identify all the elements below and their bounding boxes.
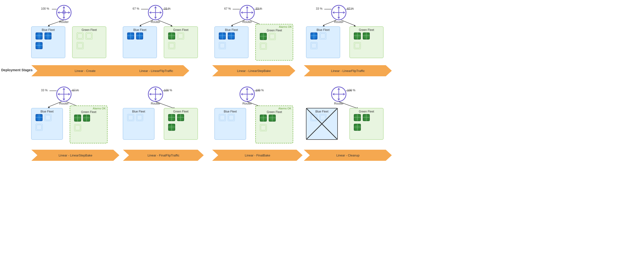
stage6-green-fleet-label: Green Fleet <box>173 110 188 113</box>
stage6-banner-label: Linear - FinalFlipTraffic <box>148 154 180 157</box>
stage3-blue-inst2 <box>228 33 234 39</box>
stage6-green-inst1 <box>168 114 175 121</box>
stage3-pct-left: 67 % <box>224 7 231 10</box>
stage6-router: Router <box>148 87 163 105</box>
stage7-banner-label: Linear - FinalBake <box>245 154 270 157</box>
stage4-green-inst1 <box>354 33 361 39</box>
stage5-pct-right: 67 % <box>72 89 79 92</box>
stage7-green-fleet-label: Green Fleet <box>267 110 282 114</box>
stage5-green-inst1 <box>74 115 81 121</box>
stage1-blue-inst3 <box>36 42 42 49</box>
stage3-alarms-ok: Alarms OK <box>279 25 292 28</box>
stage3-pct-right: 33 % <box>256 7 262 10</box>
stage4-pct-left: 33 % <box>316 7 322 10</box>
stage2-green-fleet-label: Green Fleet <box>173 28 188 32</box>
stage7-green-inst1 <box>260 115 267 121</box>
stage4-pct-right: 67 % <box>347 7 354 10</box>
stage5-blue-fleet-label: Blue Fleet <box>40 110 54 113</box>
stage7-pct-right: 100 % <box>256 89 264 92</box>
stage4-banner-label: Linear - LinearFlipTraffic <box>331 69 365 73</box>
stage4-blue-fleet-label: Blue Fleet <box>316 28 330 32</box>
stage1-banner-label: Linear - Create <box>75 69 96 73</box>
stage1-blue-inst1 <box>36 33 42 39</box>
stage8-green-inst1 <box>354 114 361 121</box>
stage3-banner-label: Linear - LinearStepBake <box>237 69 271 73</box>
stage5-green-fleet-label: Green Fleet <box>81 110 96 114</box>
stage5-alarms-ok: Alarms OK <box>93 107 106 110</box>
stage8-banner-label: Linear - Cleanup <box>336 154 360 157</box>
stage6-green-inst2 <box>177 114 184 121</box>
stage8-green-fleet-label: Green Fleet <box>359 110 374 113</box>
stage6-blue-fleet-label: Blue Fleet <box>132 110 146 113</box>
stage8-router: Router <box>332 87 346 105</box>
stage8-green-inst2 <box>363 114 370 121</box>
stage2-blue-inst2 <box>136 33 143 39</box>
stage8-blue-fleet-label: Blue Fleet <box>315 110 329 113</box>
stage1-pct-left: 100 % <box>41 7 49 10</box>
stage1-router: ⊕ ⊕ Router <box>57 5 71 24</box>
stage2-banner-label: Linear - LinearFlipTraffic <box>139 69 173 73</box>
stage7-blue-fleet-label: Blue Fleet <box>224 110 237 113</box>
stage5-blue-inst1 <box>36 114 42 121</box>
stage2-pct-left: 67 % <box>132 7 139 10</box>
stage3-blue-inst1 <box>219 33 226 39</box>
stage6-pct-right: 100 % <box>164 89 172 92</box>
stage8-green-inst3 <box>354 124 361 131</box>
stage8-pct-right: 100 % <box>347 89 356 92</box>
stage4-green-inst2 <box>363 33 370 39</box>
stage6-green-inst3 <box>168 124 175 131</box>
stage4-green-fleet-label: Green Fleet <box>359 28 374 32</box>
stage7-router: Router <box>240 87 254 105</box>
stage7-alarms-ok: Alarms OK <box>278 107 292 110</box>
stage2-green-inst1 <box>168 33 175 39</box>
stage7-green-inst2 <box>269 115 276 121</box>
main-diagram: ⊕ ⊕ Router 100 % Blue Fleet <box>0 0 644 261</box>
stage5-pct-left: 33 % <box>41 89 48 92</box>
stage3-blue-fleet-label: Blue Fleet <box>225 28 238 32</box>
stage4-blue-inst1 <box>310 33 317 39</box>
stage5-banner-label: Linear - LinearStepBake <box>58 154 92 157</box>
stage8-router-label: Router <box>334 102 344 105</box>
stage1-blue-inst2 <box>44 33 51 39</box>
stage1-green-fleet-label: Green Fleet <box>82 28 97 32</box>
stage3-green-fleet-label: Green Fleet <box>267 29 282 32</box>
stage5-green-inst2 <box>83 115 90 121</box>
stage7-router-label: Router <box>242 102 252 105</box>
stage2-blue-fleet-label: Blue Fleet <box>133 28 146 32</box>
stage2-pct-right: 33 % <box>164 7 171 10</box>
stage1-blue-fleet-label: Blue Fleet <box>42 28 55 32</box>
stage6-router-label: Router <box>151 102 160 105</box>
stage3-green-inst1 <box>260 33 267 40</box>
stage2-blue-inst1 <box>127 33 134 39</box>
deployment-stages-label: Deployment Stages <box>1 68 32 72</box>
stage1-router-label: Router <box>59 20 69 24</box>
